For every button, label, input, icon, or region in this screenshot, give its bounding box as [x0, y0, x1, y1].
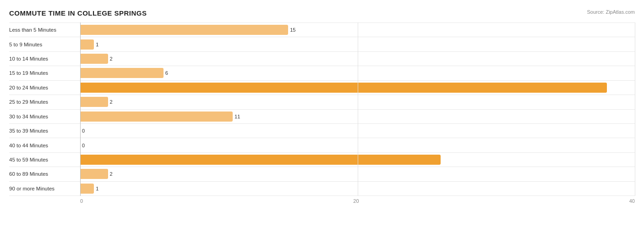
bar-fill — [80, 25, 288, 35]
bar-fill — [80, 184, 94, 194]
bar-row: 20 to 24 Minutes38 — [9, 81, 635, 95]
bar-fill — [80, 97, 108, 107]
bar-value: 38 — [627, 85, 632, 90]
bar-fill — [80, 54, 108, 64]
bar-label: 40 to 44 Minutes — [9, 143, 80, 148]
bars-area: Less than 5 Minutes155 to 9 Minutes110 t… — [9, 22, 635, 196]
bar-label: 10 to 14 Minutes — [9, 56, 80, 61]
bar-value: 15 — [290, 27, 295, 33]
bar-fill — [80, 155, 441, 165]
bar-row: 35 to 39 Minutes0 — [9, 124, 635, 138]
bar-label: 20 to 24 Minutes — [9, 85, 80, 90]
grid-line — [80, 22, 81, 196]
bar-label: Less than 5 Minutes — [9, 27, 80, 33]
bar-label: 5 to 9 Minutes — [9, 42, 80, 47]
bar-fill — [80, 39, 94, 50]
x-axis-tick: 20 — [353, 198, 359, 204]
bar-row: Less than 5 Minutes15 — [9, 22, 635, 37]
bar-row: 30 to 34 Minutes11 — [9, 110, 635, 124]
grid-line — [358, 22, 358, 196]
bar-row: 15 to 19 Minutes6 — [9, 66, 635, 80]
bar-fill — [80, 83, 607, 93]
bar-value: 2 — [110, 56, 113, 61]
bar-value: 0 — [82, 128, 85, 134]
bar-label: 45 to 59 Minutes — [9, 157, 80, 162]
grid-line — [635, 22, 635, 196]
bar-value: 6 — [165, 70, 168, 76]
chart-source: Source: ZipAtlas.com — [587, 9, 635, 15]
bar-value: 26 — [627, 157, 632, 162]
bar-value: 1 — [96, 186, 98, 191]
bar-row: 45 to 59 Minutes26 — [9, 153, 635, 167]
chart-title: COMMUTE TIME IN COLLEGE SPRINGS — [9, 9, 147, 17]
bar-fill — [80, 68, 164, 78]
bar-fill — [80, 112, 233, 122]
bar-value: 11 — [235, 114, 240, 119]
bar-row: 90 or more Minutes1 — [9, 182, 635, 196]
chart-body: Less than 5 Minutes155 to 9 Minutes110 t… — [9, 22, 635, 210]
bar-value: 2 — [110, 99, 113, 105]
bar-label: 60 to 89 Minutes — [9, 171, 80, 177]
bar-row: 25 to 29 Minutes2 — [9, 95, 635, 109]
bar-row: 10 to 14 Minutes2 — [9, 52, 635, 66]
bar-row: 40 to 44 Minutes0 — [9, 138, 635, 152]
chart-header: COMMUTE TIME IN COLLEGE SPRINGS Source: … — [9, 9, 635, 17]
bar-value: 2 — [110, 171, 113, 177]
bar-fill — [80, 169, 108, 179]
x-axis-tick: 40 — [629, 198, 635, 204]
bar-label: 35 to 39 Minutes — [9, 128, 80, 134]
bar-label: 25 to 29 Minutes — [9, 99, 80, 105]
x-axis: 02040 — [80, 196, 635, 210]
bar-label: 30 to 34 Minutes — [9, 114, 80, 119]
bar-value: 1 — [96, 42, 98, 47]
chart-container: COMMUTE TIME IN COLLEGE SPRINGS Source: … — [0, 0, 644, 240]
bar-label: 15 to 19 Minutes — [9, 70, 80, 76]
bar-value: 0 — [82, 143, 85, 148]
bar-label: 90 or more Minutes — [9, 186, 80, 191]
x-axis-tick: 0 — [80, 198, 83, 204]
bar-row: 5 to 9 Minutes1 — [9, 37, 635, 51]
bar-row: 60 to 89 Minutes2 — [9, 167, 635, 181]
